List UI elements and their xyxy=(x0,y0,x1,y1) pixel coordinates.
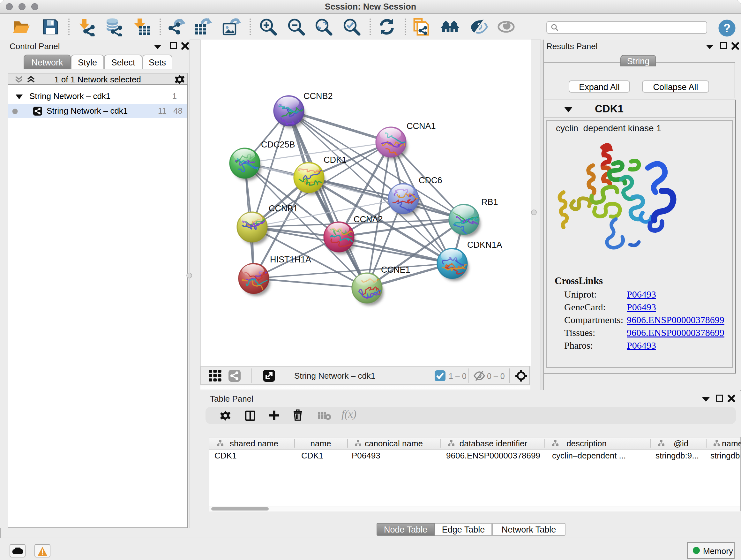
svg-text:CCNB2: CCNB2 xyxy=(304,91,333,101)
svg-text:HIST1H1A: HIST1H1A xyxy=(270,255,311,264)
svg-text:CCNA1: CCNA1 xyxy=(407,121,436,131)
svg-text:CCNB1: CCNB1 xyxy=(269,204,298,213)
svg-text:CCNA2: CCNA2 xyxy=(354,214,383,224)
svg-text:?: ? xyxy=(724,22,731,35)
svg-text:CCNE1: CCNE1 xyxy=(381,265,410,274)
svg-text:RB1: RB1 xyxy=(481,197,498,207)
svg-text:CDK1: CDK1 xyxy=(324,155,347,165)
svg-text:CDC25B: CDC25B xyxy=(261,140,295,149)
svg-text:CDC6: CDC6 xyxy=(419,176,442,185)
svg-text:CDKN1A: CDKN1A xyxy=(467,240,502,250)
